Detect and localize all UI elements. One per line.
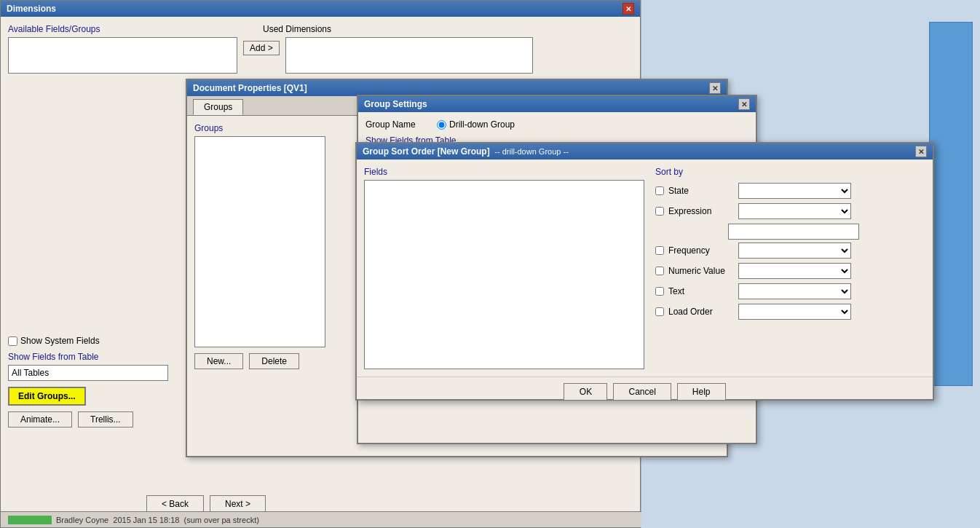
new-button[interactable]: New... [194, 353, 243, 369]
gso-close-button[interactable]: ✕ [915, 146, 927, 157]
status-text: Bradley Coyne 2015 Jan 15 18:18 (sum ove… [56, 516, 259, 524]
add-button[interactable]: Add > [243, 41, 280, 55]
sort-option-numeric: Numeric Value [655, 263, 925, 279]
sort-expression-dropdown[interactable] [738, 203, 851, 219]
gso-sort-panel: Sort by State Expression Frequency [655, 167, 925, 369]
sort-load-order-checkbox[interactable] [655, 307, 664, 316]
available-fields-label: Available Fields/Groups [8, 24, 263, 34]
gso-subtitle: -- drill-down Group -- [494, 147, 568, 156]
doc-props-titlebar: Document Properties [QV1] ✕ [187, 80, 727, 96]
gso-footer: OK Cancel Help [357, 377, 933, 406]
sort-state-dropdown[interactable] [738, 183, 851, 199]
bottom-section: Show System Fields Show Fields from Tabl… [8, 336, 168, 427]
delete-button[interactable]: Delete [249, 353, 299, 369]
edit-groups-button[interactable]: Edit Groups... [8, 387, 86, 406]
gso-fields-list[interactable] [364, 180, 644, 369]
dimensions-title: Dimensions [7, 4, 56, 14]
doc-props-close-button[interactable]: ✕ [709, 82, 721, 94]
drill-down-label: Drill-down Group [449, 119, 515, 130]
show-fields-input[interactable] [8, 365, 168, 381]
sort-state-checkbox[interactable] [655, 186, 664, 195]
gso-title: Group Sort Order [New Group] -- drill-do… [363, 146, 569, 157]
group-settings-title: Group Settings [364, 99, 427, 109]
tab-groups[interactable]: Groups [193, 99, 243, 115]
group-sort-order-dialog: Group Sort Order [New Group] -- drill-do… [355, 142, 934, 401]
sort-load-order-dropdown[interactable] [738, 304, 851, 320]
bottom-row-buttons: Animate... Trellis... [8, 411, 168, 427]
sort-numeric-label: Numeric Value [668, 266, 734, 276]
sort-numeric-dropdown[interactable] [738, 263, 851, 279]
sort-text-dropdown[interactable] [738, 283, 851, 299]
doc-props-title: Document Properties [QV1] [193, 83, 307, 93]
show-fields-from-table-label: Show Fields from Table [8, 352, 168, 362]
sort-frequency-dropdown[interactable] [738, 243, 851, 259]
sort-text-checkbox[interactable] [655, 287, 664, 296]
animate-button[interactable]: Animate... [8, 411, 72, 427]
status-green-bar [8, 516, 52, 524]
group-settings-close-button[interactable]: ✕ [738, 98, 750, 110]
show-system-fields-row: Show System Fields [8, 336, 168, 346]
sort-expression-input-row [655, 224, 925, 243]
nav-buttons: < Back Next > [146, 495, 266, 513]
gso-ok-button[interactable]: OK [564, 383, 607, 401]
sort-option-expression: Expression [655, 203, 925, 219]
dim-fields-row: Add > [8, 37, 633, 74]
group-settings-titlebar: Group Settings ✕ [358, 96, 756, 112]
sort-expression-label: Expression [668, 206, 734, 216]
gso-help-button[interactable]: Help [677, 383, 726, 401]
gso-fields-label: Fields [364, 167, 648, 177]
sort-text-label: Text [668, 286, 734, 296]
used-dimensions-listbox[interactable] [285, 37, 533, 74]
sort-state-label: State [668, 186, 734, 196]
trellis-button[interactable]: Trellis... [78, 411, 133, 427]
drill-down-radio: Drill-down Group [437, 119, 515, 130]
sort-frequency-checkbox[interactable] [655, 246, 664, 255]
show-system-fields-checkbox[interactable] [8, 336, 17, 346]
dimensions-content: Available Fields/Groups Used Dimensions … [1, 17, 640, 81]
sort-option-state: State [655, 183, 925, 199]
blue-accent-bar [929, 22, 973, 386]
group-name-label: Group Name [365, 119, 431, 130]
dimensions-close-button[interactable]: ✕ [623, 3, 634, 15]
next-button[interactable]: Next > [210, 495, 266, 513]
sort-numeric-checkbox[interactable] [655, 267, 664, 275]
used-dimensions-label: Used Dimensions [263, 24, 331, 34]
sort-option-load-order: Load Order [655, 304, 925, 320]
sort-load-order-label: Load Order [668, 307, 734, 317]
gso-fields-panel: Fields [364, 167, 648, 369]
status-bar: Bradley Coyne 2015 Jan 15 18:18 (sum ove… [1, 511, 641, 527]
gso-content: Fields Sort by State Expression [357, 159, 933, 377]
sort-expression-input[interactable] [728, 224, 859, 240]
show-system-fields-label: Show System Fields [20, 336, 100, 346]
gso-cancel-button[interactable]: Cancel [613, 383, 671, 401]
dim-section-labels: Available Fields/Groups Used Dimensions [8, 24, 633, 34]
sort-frequency-label: Frequency [668, 245, 734, 256]
sort-option-text: Text [655, 283, 925, 299]
back-button[interactable]: < Back [146, 495, 204, 513]
gso-titlebar: Group Sort Order [New Group] -- drill-do… [357, 143, 933, 159]
drill-down-radio-input[interactable] [437, 120, 446, 130]
groups-list[interactable] [194, 136, 325, 347]
dimensions-titlebar: Dimensions ✕ [1, 1, 640, 17]
sort-option-frequency: Frequency [655, 243, 925, 259]
sort-by-label: Sort by [655, 167, 925, 177]
sort-expression-checkbox[interactable] [655, 207, 664, 216]
available-fields-listbox[interactable] [8, 37, 237, 74]
group-name-row: Group Name Drill-down Group [365, 119, 748, 130]
